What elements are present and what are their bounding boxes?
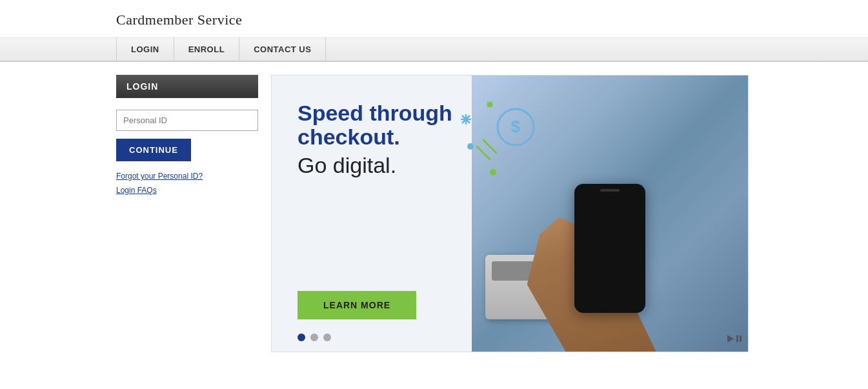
- asterisk-top-left-icon: [461, 114, 471, 125]
- continue-button[interactable]: CONTINUE: [116, 139, 191, 161]
- decorative-elements: $: [448, 95, 545, 192]
- learn-more-button[interactable]: LEARN MORE: [298, 291, 416, 319]
- asterisk-small-green-icon: [487, 101, 493, 108]
- carousel-dot-3[interactable]: [323, 334, 331, 341]
- login-panel: LOGIN CONTINUE Forgot your Personal ID? …: [116, 75, 258, 352]
- forgot-personal-id-link[interactable]: Forgot your Personal ID?: [116, 172, 258, 181]
- svg-text:$: $: [511, 117, 521, 136]
- nav-item-contact-us[interactable]: CONTACT US: [239, 38, 326, 61]
- login-faqs-link[interactable]: Login FAQs: [116, 186, 258, 195]
- personal-id-input[interactable]: [116, 110, 258, 131]
- carousel-controls: [298, 334, 331, 341]
- nav-item-login[interactable]: LOGIN: [116, 38, 174, 61]
- login-header: LOGIN: [116, 75, 258, 98]
- site-title: Cardmember Service: [116, 12, 242, 28]
- carousel-playpause[interactable]: [727, 335, 742, 343]
- nav-item-enroll[interactable]: ENROLL: [174, 38, 239, 61]
- green-dot-icon: [490, 169, 496, 175]
- speed-line-2: [477, 146, 490, 159]
- nav-bar: LOGIN ENROLL CONTACT US: [0, 38, 868, 62]
- carousel-dot-2[interactable]: [310, 334, 318, 341]
- promo-panel: Speed through checkout. Go digital.: [271, 75, 749, 352]
- carousel-dot-1[interactable]: [298, 334, 305, 341]
- pause-icon: [736, 335, 742, 342]
- promo-headline: Speed through checkout.: [298, 101, 452, 150]
- play-icon: [727, 335, 734, 343]
- phone-shape: [574, 184, 645, 313]
- main-content: LOGIN CONTINUE Forgot your Personal ID? …: [0, 62, 868, 365]
- top-bar: Cardmember Service: [0, 0, 868, 38]
- promo-subline: Go digital.: [298, 152, 452, 179]
- blue-dot-icon: [467, 143, 474, 150]
- speed-line-1: [483, 140, 496, 153]
- dollar-coin-icon: $: [498, 109, 534, 145]
